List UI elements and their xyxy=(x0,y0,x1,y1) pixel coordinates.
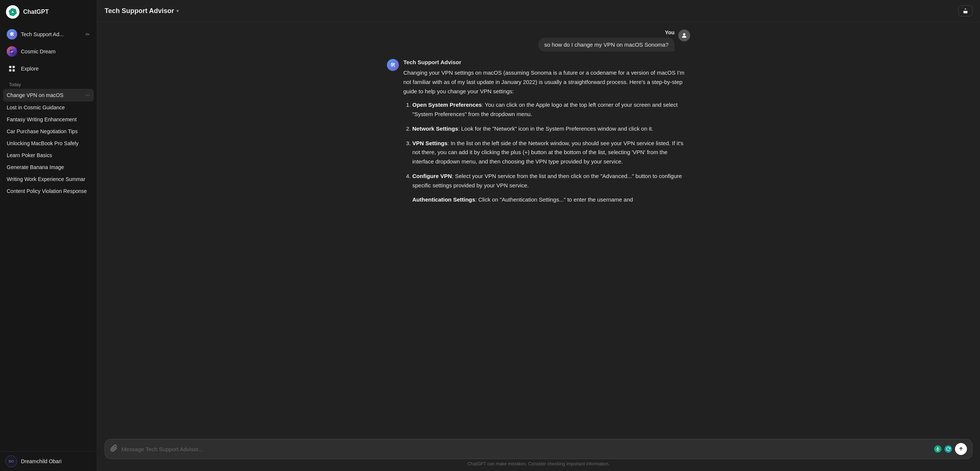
user-icon xyxy=(678,30,690,41)
cycle-button[interactable] xyxy=(945,445,952,453)
sidebar-item-cosmic-dream[interactable]: 🌌 Cosmic Dream xyxy=(3,43,94,60)
main-content: Tech Support Advisor ▾ You so how do I c… xyxy=(97,0,980,471)
step-4-title: Configure VPN xyxy=(412,173,452,179)
explore-icon xyxy=(7,63,17,74)
cycle-icon xyxy=(945,445,952,453)
share-icon xyxy=(963,8,969,14)
share-button[interactable] xyxy=(958,5,972,16)
cosmic-dream-label: Cosmic Dream xyxy=(21,49,56,54)
step-2: Network Settings: Look for the "Network"… xyxy=(412,124,690,133)
user-avatar: DO xyxy=(5,455,17,467)
mic-icon xyxy=(934,445,942,453)
sidebar-footer[interactable]: DO Dreamchild Obari xyxy=(0,451,97,471)
conversation-item-fantasy[interactable]: Fantasy Writing Enhancement xyxy=(3,113,94,125)
conversation-item-cosmic[interactable]: Lost in Cosmic Guidance xyxy=(3,101,94,113)
step-3-title: VPN Settings xyxy=(412,140,447,146)
chevron-down-icon[interactable]: ▾ xyxy=(176,8,179,14)
messages-area: You so how do I change my VPN on macOS S… xyxy=(97,22,980,439)
user-name: Dreamchild Obari xyxy=(21,458,62,464)
svg-rect-2 xyxy=(10,70,11,72)
send-button[interactable] xyxy=(955,443,967,455)
sidebar-item-tech-support[interactable]: 🛠 Tech Support Ad... ✏ xyxy=(3,26,94,43)
sidebar-conversations: Today Change VPN on macOS ··· Lost in Co… xyxy=(0,79,97,451)
step-2-title: Network Settings xyxy=(412,125,458,132)
svg-point-4 xyxy=(683,33,685,35)
conversation-label: Change VPN on macOS xyxy=(7,92,84,98)
conversation-label: Fantasy Writing Enhancement xyxy=(7,116,90,122)
user-message: You so how do I change my VPN on macOS S… xyxy=(378,30,699,51)
tech-support-label: Tech Support Ad... xyxy=(21,31,64,37)
conversation-label: Content Policy Violation Response xyxy=(7,188,90,194)
app-title: ChatGPT xyxy=(23,9,49,15)
sidebar-header[interactable]: ChatGPT xyxy=(0,0,97,24)
conversation-label: Unlocking MacBook Pro Safely xyxy=(7,140,90,146)
conversation-item-policy[interactable]: Content Policy Violation Response xyxy=(3,185,94,197)
message-input[interactable] xyxy=(121,446,930,452)
assistant-name: Tech Support Advisor xyxy=(403,59,690,65)
input-right-buttons xyxy=(934,443,967,455)
sidebar: ChatGPT 🛠 Tech Support Ad... ✏ 🌌 Cosmic … xyxy=(0,0,97,471)
conversation-item-car[interactable]: Car Purchase Negotiation Tips xyxy=(3,125,94,137)
conversation-label: Car Purchase Negotiation Tips xyxy=(7,128,90,134)
main-header: Tech Support Advisor ▾ xyxy=(97,0,980,22)
steps-list: Open System Preferences: You can click o… xyxy=(403,100,690,205)
assistant-row: 🛠 Tech Support Advisor Changing your VPN… xyxy=(387,59,690,210)
svg-rect-0 xyxy=(10,66,11,68)
assistant-intro: Changing your VPN settings on macOS (ass… xyxy=(403,70,684,94)
step-3: VPN Settings: In the list on the left si… xyxy=(412,139,690,167)
step-4: Configure VPN: Select your VPN service f… xyxy=(412,172,690,190)
step-1: Open System Preferences: You can click o… xyxy=(412,100,690,119)
conversation-item-banana[interactable]: Generate Banana Image xyxy=(3,161,94,173)
cosmic-dream-avatar: 🌌 xyxy=(7,46,17,57)
conversation-label: Learn Poker Basics xyxy=(7,152,90,158)
step-5: Authentication Settings: Click on "Authe… xyxy=(412,195,690,205)
tech-support-avatar: 🛠 xyxy=(7,29,17,40)
step-2-content: : Look for the "Network" icon in the Sys… xyxy=(458,125,654,132)
section-today-label: Today xyxy=(3,79,94,89)
step-5-title: Authentication Settings xyxy=(412,196,475,203)
step-1-title: Open System Preferences xyxy=(412,101,482,108)
header-title-group: Tech Support Advisor ▾ xyxy=(105,7,179,15)
assistant-content: Tech Support Advisor Changing your VPN s… xyxy=(403,59,690,210)
conversation-menu-icon[interactable]: ··· xyxy=(85,92,90,98)
user-label: You xyxy=(665,30,675,35)
conversation-label: Writing Work Experience Summar xyxy=(7,176,90,182)
conversation-title: Tech Support Advisor xyxy=(105,7,174,15)
step-3-content: : In the list on the left side of the Ne… xyxy=(412,140,684,165)
chatgpt-logo xyxy=(6,5,19,19)
conversation-item-macbook[interactable]: Unlocking MacBook Pro Safely xyxy=(3,137,94,149)
disclaimer: ChatGPT can make mistakes. Consider chec… xyxy=(105,459,972,467)
step-5-content: : Click on "Authentication Settings..." … xyxy=(475,196,633,203)
assistant-message: 🛠 Tech Support Advisor Changing your VPN… xyxy=(378,59,699,210)
conversation-item-poker[interactable]: Learn Poker Basics xyxy=(3,149,94,161)
explore-item[interactable]: Explore xyxy=(3,60,94,77)
conversation-label: Generate Banana Image xyxy=(7,164,90,170)
edit-icon[interactable]: ✏ xyxy=(86,31,90,37)
svg-rect-3 xyxy=(13,70,15,72)
input-area-wrapper: ChatGPT can make mistakes. Consider chec… xyxy=(97,439,980,471)
step-4-content: : Select your VPN service from the list … xyxy=(412,173,682,189)
conversation-label: Lost in Cosmic Guidance xyxy=(7,105,90,111)
user-bubble: so how do I change my VPN on macOS Sonom… xyxy=(538,38,675,51)
assistant-avatar: 🛠 xyxy=(387,59,399,71)
conversation-item-change-vpn[interactable]: Change VPN on macOS ··· xyxy=(3,89,94,101)
input-box xyxy=(105,439,972,459)
assistant-text: Changing your VPN settings on macOS (ass… xyxy=(403,68,690,205)
attach-button[interactable] xyxy=(110,444,118,454)
sidebar-nav: 🛠 Tech Support Ad... ✏ 🌌 Cosmic Dream Ex… xyxy=(0,24,97,79)
conversation-item-work[interactable]: Writing Work Experience Summar xyxy=(3,173,94,185)
svg-rect-1 xyxy=(13,66,15,68)
voice-button[interactable] xyxy=(934,445,942,453)
explore-label: Explore xyxy=(21,66,38,72)
